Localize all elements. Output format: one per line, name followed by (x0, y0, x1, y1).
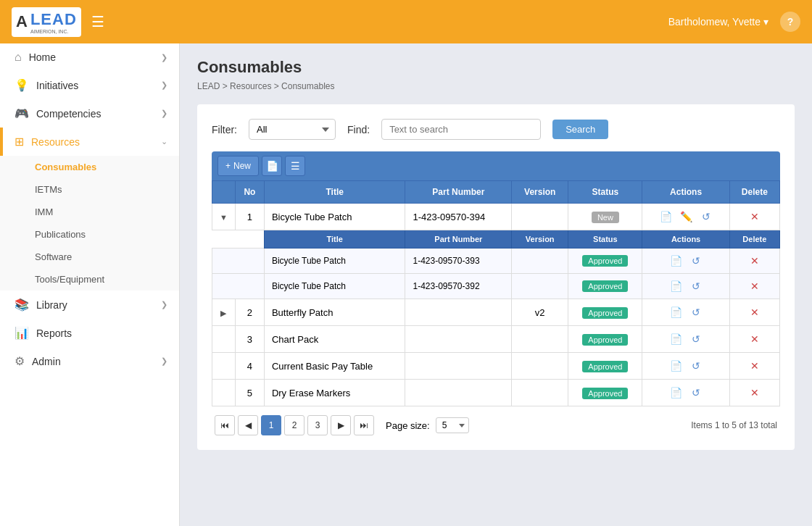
first-page-button[interactable]: ⏮ (215, 415, 235, 435)
sidebar-item-resources-label: Resources (31, 136, 80, 148)
view-doc-icon[interactable]: 📄 (658, 209, 674, 225)
sub-row-version (512, 249, 568, 274)
sidebar-item-home[interactable]: ⌂ Home ❯ (0, 43, 179, 71)
sidebar-item-resources[interactable]: ⊞ Resources ⌄ (0, 128, 179, 156)
next-page-button[interactable]: ▶ (331, 415, 351, 435)
table-body: ▼ 1 Bicycle Tube Patch 1-423-09570-394 N… (212, 204, 780, 406)
last-page-button[interactable]: ⏭ (354, 415, 374, 435)
sub-col-status: Status (568, 230, 642, 249)
expand-cell[interactable] (212, 353, 236, 380)
row-status: Approved (568, 299, 642, 326)
search-input[interactable] (381, 119, 541, 140)
sidebar-item-admin[interactable]: ⚙ Admin ❯ (0, 347, 179, 375)
delete-icon[interactable]: ✕ (750, 306, 759, 318)
col-no: No (235, 181, 264, 204)
find-label: Find: (347, 124, 370, 135)
expand-cell[interactable]: ▶ (212, 299, 236, 326)
history-icon[interactable]: ↺ (688, 253, 704, 269)
view-doc-icon[interactable]: 📄 (668, 278, 684, 294)
submenu-item-publications[interactable]: Publications (0, 223, 179, 246)
page-size-select[interactable]: 5 10 25 (436, 417, 469, 433)
history-icon[interactable]: ↺ (688, 358, 704, 374)
edit-icon[interactable]: ✏️ (678, 209, 694, 225)
breadcrumb-consumables[interactable]: Consumables (281, 81, 334, 91)
row-title: Current Basic Pay Table (264, 353, 405, 380)
row-version (512, 380, 568, 406)
collapse-arrow-icon[interactable]: ▼ (220, 213, 228, 222)
delete-icon[interactable]: ✕ (750, 360, 759, 372)
expand-cell[interactable]: ▼ (212, 204, 236, 230)
sub-row-version (512, 274, 568, 299)
history-icon[interactable]: ↺ (688, 304, 704, 320)
logo-sub: AIMERION, INC. (30, 29, 77, 34)
page-title: Consumables (197, 58, 795, 77)
delete-icon[interactable]: ✕ (750, 333, 759, 345)
view-doc-icon[interactable]: 📄 (668, 304, 684, 320)
data-table: No Title Part Number Version Status Acti… (212, 180, 780, 406)
view-doc-icon[interactable]: 📄 (668, 358, 684, 374)
submenu-item-software[interactable]: Software (0, 246, 179, 268)
expand-cell[interactable] (212, 326, 236, 353)
sidebar-item-home-label: Home (29, 51, 56, 63)
sub-row-title: Bicycle Tube Patch (264, 274, 405, 299)
sidebar-item-reports[interactable]: 📊 Reports (0, 319, 179, 347)
history-icon[interactable]: ↺ (688, 385, 704, 401)
submenu-item-imm[interactable]: IMM (0, 201, 179, 223)
sub-row-part-number: 1-423-09570-392 (405, 274, 512, 299)
prev-page-button[interactable]: ◀ (238, 415, 258, 435)
filter-row: Filter: All Active Inactive Find: Search (212, 119, 780, 140)
expand-arrow-icon[interactable]: ▶ (220, 309, 226, 317)
view-doc-icon[interactable]: 📄 (668, 385, 684, 401)
consumables-label: Consumables (35, 162, 96, 172)
page-1-button[interactable]: 1 (261, 415, 281, 435)
history-icon[interactable]: ↺ (688, 331, 704, 347)
delete-icon[interactable]: ✕ (750, 280, 759, 292)
document-icon-button[interactable]: 📄 (262, 156, 282, 176)
page-2-button[interactable]: 2 (284, 415, 304, 435)
main-content: Consumables LEAD > Resources > Consumabl… (180, 43, 812, 526)
view-doc-icon[interactable]: 📄 (668, 331, 684, 347)
row-part-number (405, 326, 512, 353)
row-title: Dry Erase Markers (264, 380, 405, 406)
breadcrumb-resources[interactable]: Resources (230, 81, 271, 91)
ietms-label: IETMs (35, 184, 62, 195)
expand-cell[interactable] (212, 380, 236, 406)
search-button[interactable]: Search (552, 120, 608, 139)
sub-row-actions: 📄 ↺ (642, 249, 729, 274)
sidebar-item-library[interactable]: 📚 Library ❯ (0, 291, 179, 319)
hamburger-icon[interactable]: ☰ (91, 13, 104, 30)
col-part-number: Part Number (405, 181, 512, 204)
col-actions: Actions (642, 181, 729, 204)
user-button[interactable]: Bartholomew, Yvette ▾ (668, 16, 768, 28)
row-actions: 📄 ↺ (642, 353, 729, 380)
row-no: 3 (235, 326, 264, 353)
list-icon-button[interactable]: ☰ (285, 156, 305, 176)
status-badge: Approved (582, 280, 628, 292)
view-doc-icon[interactable]: 📄 (668, 253, 684, 269)
new-button[interactable]: + New (218, 156, 259, 176)
initiatives-chevron-icon: ❯ (161, 80, 167, 90)
history-icon[interactable]: ↺ (688, 278, 704, 294)
row-delete: ✕ (729, 204, 779, 230)
submenu-item-consumables[interactable]: Consumables (0, 156, 179, 178)
filter-select[interactable]: All Active Inactive (249, 119, 336, 140)
help-button[interactable]: ? (780, 12, 800, 32)
sidebar-item-competencies[interactable]: 🎮 Competencies ❯ (0, 99, 179, 128)
page-3-button[interactable]: 3 (307, 415, 328, 435)
submenu-item-tools[interactable]: Tools/Equipment (0, 268, 179, 291)
sub-row-part-number: 1-423-09570-393 (405, 249, 512, 274)
admin-icon: ⚙ (14, 354, 25, 368)
row-no: 4 (235, 353, 264, 380)
delete-icon[interactable]: ✕ (750, 387, 759, 398)
breadcrumb-lead[interactable]: LEAD (197, 81, 220, 91)
delete-icon[interactable]: ✕ (750, 211, 759, 222)
breadcrumb-sep2: > (274, 81, 281, 91)
header-right: Bartholomew, Yvette ▾ ? (668, 12, 800, 32)
home-chevron-icon: ❯ (161, 53, 167, 62)
sidebar-item-initiatives[interactable]: 💡 Initiatives ❯ (0, 71, 179, 99)
row-actions: 📄 ✏️ ↺ (642, 204, 729, 230)
submenu-item-ietms[interactable]: IETMs (0, 178, 179, 201)
row-status: Approved (568, 380, 642, 406)
history-icon[interactable]: ↺ (698, 209, 714, 225)
delete-icon[interactable]: ✕ (750, 255, 759, 267)
